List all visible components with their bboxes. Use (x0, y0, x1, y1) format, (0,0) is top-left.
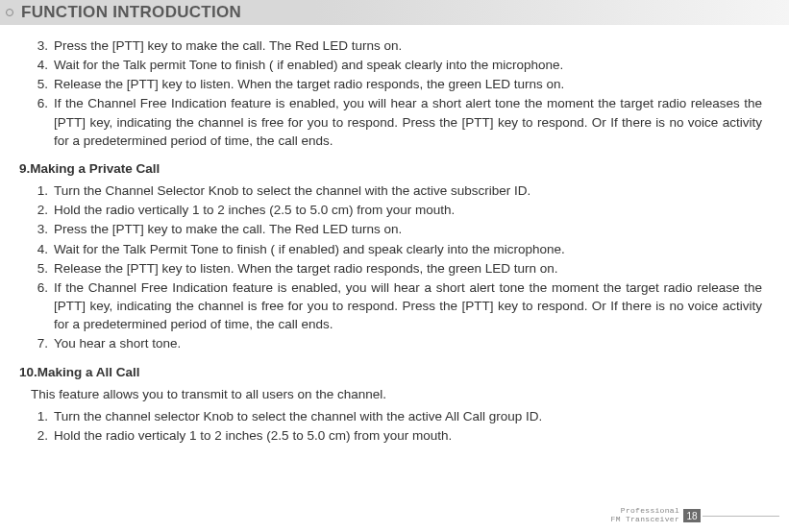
list-item: 3.Press the [PTT] key to make the call. … (31, 36, 762, 55)
page-footer: Professional FM Transceiver 18 (611, 507, 779, 524)
header-bullet-icon (6, 9, 13, 16)
list-item: 7.You hear a short tone. (31, 334, 762, 352)
footer-label: Professional FM Transceiver (611, 507, 679, 524)
list-item: 2.Hold the radio vertically 1 to 2 inche… (31, 201, 762, 219)
page-number: 18 (683, 509, 701, 522)
section-10-intro: This feature allows you to transmit to a… (31, 385, 762, 403)
list-item: 4.Wait for the Talk permit Tone to finis… (31, 56, 762, 74)
list-item: 6.If the Channel Free Indication feature… (31, 278, 762, 333)
section-10-title: 10.Making a All Call (19, 363, 762, 381)
section-9-list: 1.Turn the Channel Selector Knob to sele… (19, 181, 762, 352)
footer-rule (703, 516, 779, 517)
list-item: 1.Turn the channel selector Knob to sele… (31, 407, 762, 425)
continuation-list: 3.Press the [PTT] key to make the call. … (19, 36, 762, 150)
section-10-list: 1.Turn the channel selector Knob to sele… (19, 407, 762, 445)
page-title: FUNCTION INTRODUCTION (21, 3, 241, 22)
list-item: 2.Hold the radio verticaly 1 to 2 inches… (31, 426, 762, 445)
page-content: 3.Press the [PTT] key to make the call. … (0, 25, 789, 445)
header-bar: FUNCTION INTRODUCTION (0, 0, 789, 25)
list-item: 5.Release the [PTT] key to listen. When … (31, 259, 762, 278)
list-item: 1.Turn the Channel Selector Knob to sele… (31, 181, 762, 200)
list-item: 6.If the Channel Free Indication feature… (31, 94, 762, 149)
list-item: 3.Press the [PTT] key to make the call. … (31, 220, 762, 238)
list-item: 4.Wait for the Talk Permit Tone to finis… (31, 240, 762, 258)
section-9-title: 9.Making a Private Call (19, 159, 762, 178)
list-item: 5.Release the [PTT] key to listen. When … (31, 75, 762, 93)
